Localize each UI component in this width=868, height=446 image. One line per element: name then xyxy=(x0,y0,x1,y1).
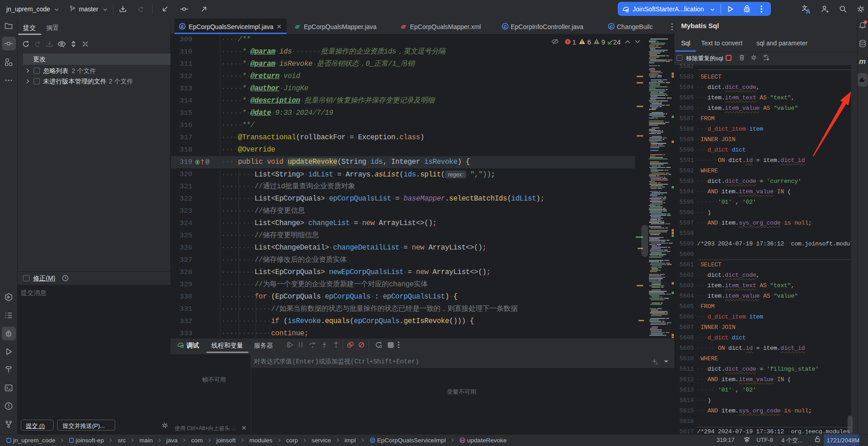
svg-text:m: m xyxy=(461,438,464,442)
svg-text:du: du xyxy=(746,440,749,442)
svg-text:C: C xyxy=(371,438,374,442)
